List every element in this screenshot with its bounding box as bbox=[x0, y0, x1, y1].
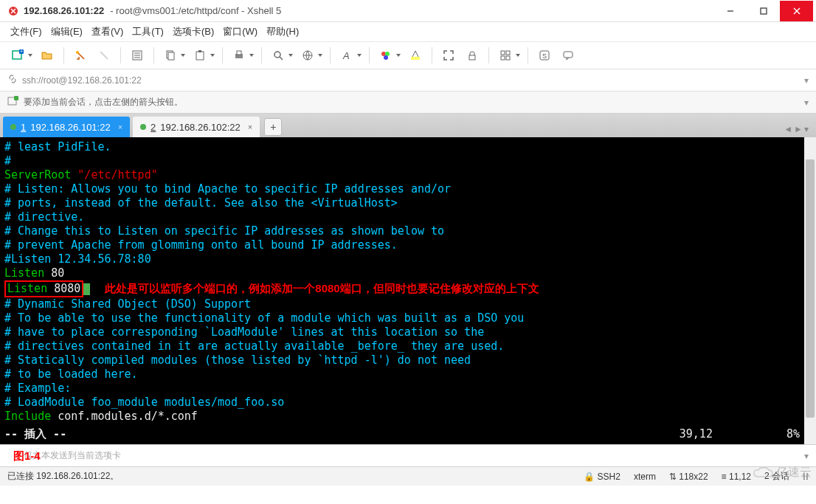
window-controls bbox=[713, 1, 813, 21]
menu-help[interactable]: 帮助(H) bbox=[266, 25, 299, 38]
tab-number: 2 bbox=[151, 122, 156, 133]
new-session-button[interactable]: + bbox=[7, 45, 28, 66]
tab-2[interactable]: 2 192.168.26.102:22 × bbox=[133, 117, 260, 137]
disconnect-button[interactable] bbox=[94, 45, 114, 66]
status-size: ⇅ 118x22 bbox=[669, 472, 708, 482]
new-tab-button[interactable]: + bbox=[264, 118, 282, 136]
terminal-line: # To be able to use the functionality of… bbox=[4, 311, 812, 325]
session-hint-bar: 要添加当前会话，点击左侧的箭头按钮。 ▾ bbox=[0, 92, 816, 114]
menu-view[interactable]: 查看(V) bbox=[91, 25, 123, 38]
terminal-line: # directive. bbox=[4, 210, 812, 224]
terminal-line: # directives contained in it are actuall… bbox=[4, 339, 812, 353]
svg-rect-37 bbox=[14, 96, 18, 100]
separator bbox=[488, 47, 489, 63]
status-term: xterm bbox=[634, 472, 656, 482]
terminal-status-line: -- 插入 --39,128% bbox=[4, 427, 800, 441]
cursor bbox=[83, 283, 90, 295]
address-url[interactable]: ssh://root@192.168.26.101:22 bbox=[22, 75, 800, 86]
close-button[interactable] bbox=[780, 1, 813, 21]
status-dot-icon bbox=[10, 124, 16, 130]
svg-rect-27 bbox=[411, 57, 420, 60]
status-protocol: 🔒 SSH2 bbox=[584, 472, 620, 482]
scrollbar-thumb[interactable] bbox=[806, 159, 815, 418]
menu-tabs[interactable]: 选项卡(B) bbox=[173, 25, 214, 38]
find-button[interactable] bbox=[268, 45, 288, 66]
maximize-button[interactable] bbox=[747, 1, 780, 21]
reconnect-button[interactable] bbox=[70, 45, 91, 66]
command-input-bar[interactable]: 图1-4 仅文本发送到当前选项卡 ▾ bbox=[0, 444, 816, 466]
font-button[interactable]: A bbox=[336, 45, 357, 66]
layout-button[interactable] bbox=[495, 45, 516, 66]
svg-text:+: + bbox=[20, 49, 23, 54]
svg-point-19 bbox=[274, 52, 280, 58]
svg-rect-31 bbox=[501, 56, 505, 60]
copy-button[interactable] bbox=[160, 45, 181, 66]
tab-close-icon[interactable]: × bbox=[118, 122, 122, 131]
svg-rect-28 bbox=[469, 55, 475, 60]
tab-label: 192.168.26.101:22 bbox=[30, 122, 110, 133]
properties-button[interactable] bbox=[127, 45, 148, 66]
add-session-icon[interactable] bbox=[7, 95, 19, 109]
svg-rect-30 bbox=[506, 51, 510, 55]
terminal-scrollbar[interactable] bbox=[804, 137, 816, 444]
tab-number: 1 bbox=[21, 122, 26, 133]
tab-close-icon[interactable]: × bbox=[248, 122, 252, 131]
highlight-button[interactable] bbox=[405, 45, 426, 66]
open-button[interactable] bbox=[37, 45, 58, 66]
terminal-line: # to be loaded here. bbox=[4, 367, 812, 382]
print-button[interactable] bbox=[229, 45, 249, 66]
app-icon bbox=[7, 5, 19, 17]
hint-dropdown-icon[interactable]: ▾ bbox=[804, 97, 809, 108]
terminal-line: ServerRoot "/etc/httpd" bbox=[4, 168, 812, 182]
tab-nav: ◄ ► ▾ bbox=[784, 124, 809, 134]
tab-next-icon[interactable]: ► bbox=[794, 124, 803, 134]
terminal[interactable]: # least PidFile. # ServerRoot "/etc/http… bbox=[0, 137, 816, 444]
menu-file[interactable]: 文件(F) bbox=[10, 25, 42, 38]
separator bbox=[120, 47, 121, 63]
menu-window[interactable]: 窗口(W) bbox=[223, 25, 257, 38]
svg-point-8 bbox=[76, 51, 79, 54]
script-button[interactable]: S bbox=[534, 45, 555, 66]
status-cursor: ≡ 11,12 bbox=[722, 472, 751, 482]
status-grip-icon[interactable]: ⁞⁞ bbox=[803, 472, 809, 482]
tab-label: 192.168.26.102:22 bbox=[160, 122, 240, 133]
tab-1[interactable]: 1 192.168.26.101:22 × bbox=[3, 117, 130, 137]
paste-button[interactable] bbox=[190, 45, 210, 66]
status-dot-icon bbox=[140, 124, 146, 130]
svg-rect-15 bbox=[196, 52, 204, 60]
status-bar: 已连接 192.168.26.101:22。 🔒 SSH2 xterm ⇅ 11… bbox=[0, 466, 816, 486]
svg-rect-32 bbox=[506, 56, 510, 60]
status-connected: 已连接 192.168.26.101:22。 bbox=[7, 470, 570, 483]
window-subtitle: - root@vms001:/etc/httpd/conf - Xshell 5 bbox=[110, 5, 281, 16]
svg-rect-14 bbox=[168, 52, 174, 60]
color-button[interactable] bbox=[376, 45, 396, 66]
terminal-line: Listen 80 bbox=[4, 266, 812, 280]
svg-text:S: S bbox=[542, 52, 547, 60]
menubar: 文件(F) 编辑(E) 查看(V) 工具(T) 选项卡(B) 窗口(W) 帮助(… bbox=[0, 22, 816, 41]
toolbar: + A S bbox=[0, 41, 816, 69]
fullscreen-button[interactable] bbox=[438, 45, 459, 66]
terminal-line: # Example: bbox=[4, 382, 812, 396]
status-sessions: 2 会话 bbox=[764, 470, 789, 483]
encoding-button[interactable] bbox=[297, 45, 318, 66]
address-dropdown-icon[interactable]: ▾ bbox=[804, 75, 809, 86]
figure-label: 图1-4 bbox=[13, 449, 41, 463]
menu-tools[interactable]: 工具(T) bbox=[132, 25, 164, 38]
svg-rect-18 bbox=[237, 51, 241, 55]
svg-point-26 bbox=[384, 55, 388, 60]
lock-button[interactable] bbox=[462, 45, 483, 66]
terminal-line: # Listen: Allows you to bind Apache to s… bbox=[4, 182, 812, 196]
titlebar: 192.168.26.101:22 - root@vms001:/etc/htt… bbox=[0, 0, 816, 22]
svg-text:A: A bbox=[342, 50, 350, 61]
window-title: 192.168.26.101:22 bbox=[24, 5, 104, 16]
tab-prev-icon[interactable]: ◄ bbox=[784, 124, 792, 134]
minimize-button[interactable] bbox=[713, 1, 747, 21]
separator bbox=[330, 47, 331, 63]
chat-button[interactable] bbox=[558, 45, 578, 66]
tab-list-icon[interactable]: ▾ bbox=[804, 124, 809, 134]
svg-rect-35 bbox=[564, 52, 573, 58]
menu-edit[interactable]: 编辑(E) bbox=[51, 25, 83, 38]
terminal-line: # ports, instead of the default. See als… bbox=[4, 196, 812, 210]
input-dropdown-icon[interactable]: ▾ bbox=[804, 451, 809, 461]
terminal-line: #Listen 12.34.56.78:80 bbox=[4, 252, 812, 266]
